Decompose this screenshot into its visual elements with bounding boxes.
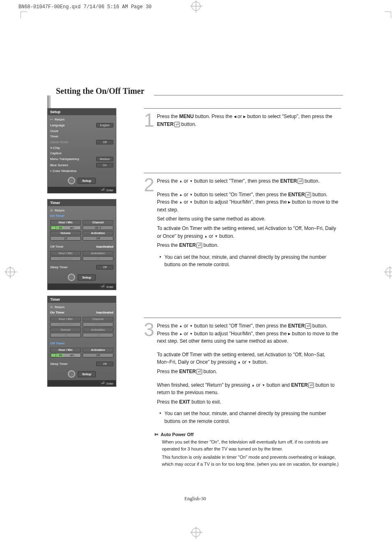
step3-p5: Press the EXIT button to exit. [157,398,341,406]
osd1-clock: Clock [50,128,113,134]
auto-power-off-note: Auto Power Off When you set the timer "O… [154,431,341,468]
osd3-return: Return [50,304,113,310]
osd3-sleep: Sleep TimerOff [50,361,113,367]
osd2-act: Off [83,236,113,241]
osd-timer-off: Timer Return On TimerInactivated Hour / … [47,296,116,387]
osd1-return: Return [50,117,113,122]
gear-icon [68,370,75,378]
osd1-vchip: V-Chip [50,145,113,151]
step1-number: 1 [144,113,157,130]
step2-p4: To activate On Timer with the setting en… [157,225,341,240]
osd3-offact: Off [83,353,113,358]
enter-icon [297,178,303,184]
step-2: 2 Press the or button to select "Timer",… [144,173,341,304]
step3-bullet: •You can set the hour, minute, and chann… [159,410,341,425]
osd3-time: 12 : 00 am [50,322,81,327]
osd1-language: LanguageEnglish [50,122,113,128]
osd1-caption: Caption [50,151,113,156]
registration-mark-right [385,267,392,276]
step2-p1: Press the or button to select "Timer", t… [157,177,341,185]
crop-mark-tl [21,12,27,18]
osd3-bottom: Enter [48,380,116,386]
osd2-bottom: Enter [48,283,116,290]
qxd-header: BN68-01047F-00Eng.qxd 7/14/06 5:16 AM Pa… [18,4,152,10]
step-3: 3 Press the or button to select "Off Tim… [144,318,341,469]
osd3-act: Off [83,333,113,337]
osd2-offtimer: Off TimerInactivated [50,244,113,249]
osd2-sleep: Sleep TimerOff [50,264,113,270]
gear-icon [68,274,75,281]
osd-column: Setup Return LanguageEnglish Clock Timer… [47,108,117,392]
step2-p3: Set other items using the same method as… [157,215,341,223]
osd2-return: Return [50,208,113,213]
osd3-offtime: 12: 00am [50,353,81,358]
osd3-offtimer: Off Timer [50,341,113,346]
scissor-icon [154,431,158,438]
registration-mark-left [6,267,15,276]
step2-bullet: •You can set the hour, minute, and chann… [159,253,341,269]
osd3-foot: Setup [48,368,116,380]
osd2-time: 12: 00am [50,225,81,230]
osd2-ontimer: On Timer [50,213,113,218]
osd2-title: Timer [48,200,116,206]
page-footer: English-30 [184,496,206,502]
step3-p4: When finished, select "Return" by pressi… [157,381,341,397]
step2-p5: Press the ENTER button. [157,241,341,249]
osd3-title: Timer [48,296,116,303]
osd1-menutrans: Menu TransparencyMedium [50,156,113,162]
registration-mark-bottom [191,528,201,537]
osd-timer-on: Timer Return On Timer Hour / MinChannel … [47,199,116,290]
osd2-foot: Setup [48,271,116,283]
step-1: 1 Press the MENU button. Press the or bu… [144,108,341,160]
osd1-foot: Setup [48,174,116,187]
step2-p2: Press the or button to select "On Timer"… [157,191,341,214]
enter-icon [174,121,180,127]
osd3-chan: Air 3 [83,322,113,327]
title-rule [154,95,343,95]
instructions-column: 1 Press the MENU button. Press the or bu… [144,108,341,469]
step3-p1: Press the or button to select "Off Timer… [157,322,341,345]
osd1-timer: Timer [50,134,113,139]
step1-text: Press the MENU button. Press the or butt… [157,113,341,128]
osd2-offact: Off [83,256,113,261]
osd1-gamemode: Game ModeOff [50,139,113,145]
step3-p2: To activate Off Timer with the setting e… [157,351,341,366]
section-title: Setting the On/Off Timer [56,86,144,98]
osd1-bluescreen: Blue ScreenOn [50,162,113,168]
osd2-chan: Air 3 [83,225,113,230]
osd1-bottom: Enter [48,187,116,193]
step3-p3: Press the ENTER buton. [157,368,341,376]
osd2-offtime: 12 : 00 am [50,256,81,261]
arrow-up-icon [179,178,182,184]
osd-setup: Setup Return LanguageEnglish Clock Timer… [47,108,116,193]
note-line1: When you set the timer "On", the televis… [162,439,341,452]
osd3-ontimer: On TimerInactivated [50,310,113,315]
registration-mark-top [191,2,201,11]
crop-mark-tr [385,12,391,18]
gear-icon [68,177,75,184]
step2-number: 2 [144,177,157,269]
osd1-title: Setup [48,109,116,115]
note-line2: This function is only available in timer… [162,454,341,467]
osd1-colorweak: Color Weakness [50,168,113,174]
osd2-vol: 10 [50,236,81,241]
osd3-vol: 10 [50,333,81,337]
